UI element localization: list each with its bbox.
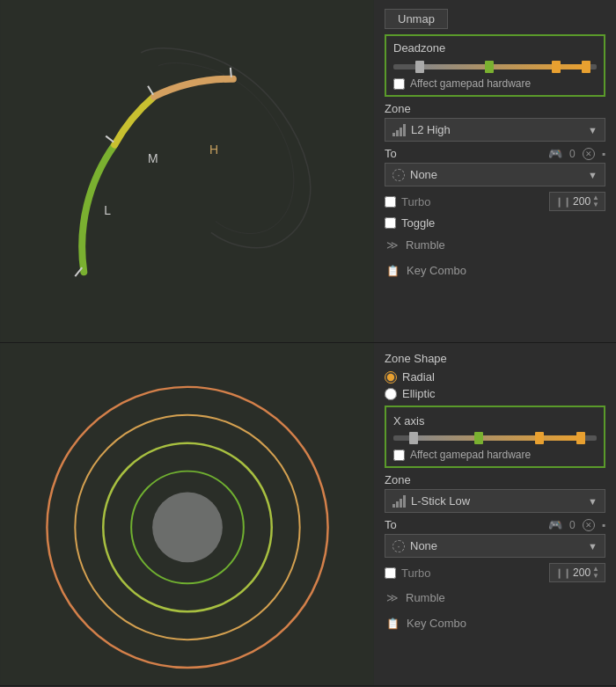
monitor-icon: ▪ — [602, 148, 605, 160]
none-label: None — [410, 168, 437, 181]
top-panel-right: Unmap Deadzone Affect gamepad hardware Z… — [374, 0, 616, 342]
bottom-panel-left — [0, 343, 374, 685]
to-dropdown-2[interactable]: · None ▼ — [385, 534, 605, 558]
x-slider-thumb-3[interactable] — [535, 432, 544, 444]
x-axis-slider[interactable] — [393, 435, 597, 441]
elliptic-radio[interactable] — [385, 388, 397, 400]
none-label-2: None — [410, 539, 437, 552]
double-arrow-icon: ≫ — [386, 238, 399, 252]
zone-section-2: Zone L-Stick Low ▼ — [385, 473, 605, 513]
slider-thumb-3[interactable] — [552, 61, 561, 73]
rumble-row-2[interactable]: ≫ Rumble — [385, 588, 605, 608]
to-label: To — [385, 147, 397, 160]
turbo-checkbox[interactable] — [385, 196, 396, 208]
turbo-value-box: ❙❙ 200 ▲ ▼ — [549, 192, 605, 211]
svg-text:H: H — [209, 143, 218, 157]
zone-value-2: L-Stick Low — [411, 494, 470, 508]
zero-icon: 0 — [569, 148, 576, 160]
turbo-label-2: Turbo — [401, 566, 430, 580]
barchart-icon — [392, 124, 406, 136]
zone-shape-label: Zone Shape — [385, 352, 605, 365]
bottom-panel: Zone Shape Radial Elliptic X axis — [0, 343, 616, 686]
barchart-icon-2 — [392, 495, 406, 508]
elliptic-label: Elliptic — [402, 387, 436, 400]
radial-radio[interactable] — [385, 371, 397, 384]
to-dropdown[interactable]: · None ▼ — [385, 163, 605, 186]
key-combo-icon-2: 📋 — [386, 618, 400, 630]
elliptic-radio-row: Elliptic — [385, 387, 605, 400]
x-slider-thumb-4[interactable] — [576, 432, 585, 444]
to-label-2: To — [385, 518, 397, 531]
xbox-icon-2: ✕ — [583, 519, 595, 531]
zone-label-2: Zone — [385, 473, 605, 486]
to-header-2: To 🎮 0 ✕ ▪ — [385, 518, 605, 531]
zone-label: Zone — [385, 102, 605, 115]
none-circle-icon-2: · — [392, 540, 405, 552]
xbox-icon: ✕ — [583, 148, 595, 160]
to-section-2: To 🎮 0 ✕ ▪ · None ▼ — [385, 518, 605, 558]
chevron-down-icon-4: ▼ — [588, 541, 598, 552]
radial-label: Radial — [402, 370, 435, 384]
key-combo-row-2[interactable]: 📋 Key Combo — [385, 613, 605, 633]
turbo-value-box-2: ❙❙ 200 ▲ ▼ — [549, 563, 605, 582]
turbo-stepper[interactable]: ▲ ▼ — [592, 194, 599, 208]
svg-text:M: M — [148, 151, 158, 165]
affect-gamepad-checkbox[interactable] — [393, 78, 405, 90]
turbo-number-2: 200 — [573, 566, 590, 579]
x-axis-section: X axis Affect gamepad hardware — [385, 406, 605, 468]
zone-shape-radios: Radial Elliptic — [385, 370, 605, 400]
toggle-label: Toggle — [401, 216, 435, 230]
zone-section: Zone L2 High ▼ — [385, 102, 605, 142]
turbo-label: Turbo — [401, 195, 430, 208]
zone-dropdown[interactable]: L2 High ▼ — [385, 118, 605, 142]
top-panel: L M H Unmap Deadzone Affect gamepad hard… — [0, 0, 616, 343]
zone-value: L2 High — [411, 123, 451, 136]
turbo-checkbox-2[interactable] — [385, 567, 396, 579]
rumble-label: Rumble — [406, 238, 445, 252]
toggle-row: Toggle — [385, 216, 605, 230]
monitor-icon-2: ▪ — [602, 519, 605, 531]
slider-thumb-2[interactable] — [485, 61, 494, 73]
affect-gamepad-row: Affect gamepad hardware — [393, 77, 597, 90]
toggle-checkbox[interactable] — [385, 217, 396, 229]
chevron-down-icon: ▼ — [588, 125, 598, 135]
rumble-row[interactable]: ≫ Rumble — [385, 235, 605, 255]
svg-text:L: L — [104, 203, 111, 217]
key-combo-label-2: Key Combo — [407, 617, 466, 630]
controller-icon-2: 🎮 — [548, 518, 562, 531]
zone-dropdown-2[interactable]: L-Stick Low ▼ — [385, 489, 605, 513]
key-combo-icon: 📋 — [386, 265, 400, 277]
to-header: To 🎮 0 ✕ ▪ — [385, 147, 605, 160]
deadzone-slider[interactable] — [393, 64, 597, 69]
chevron-down-icon-3: ▼ — [588, 496, 598, 507]
none-circle-icon: · — [392, 169, 405, 181]
unmap-button[interactable]: Unmap — [385, 9, 448, 29]
svg-rect-0 — [1, 0, 374, 342]
to-icons: 🎮 0 ✕ ▪ — [548, 147, 605, 160]
x-slider-thumb-1[interactable] — [409, 432, 418, 444]
x-axis-label: X axis — [393, 414, 597, 428]
affect-gamepad-label: Affect gamepad hardware — [410, 77, 531, 90]
bottom-panel-right: Zone Shape Radial Elliptic X axis — [374, 343, 616, 685]
turbo-row: Turbo ❙❙ 200 ▲ ▼ — [385, 192, 605, 211]
slider-thumb-4[interactable] — [582, 61, 590, 73]
to-section: To 🎮 0 ✕ ▪ · None ▼ — [385, 147, 605, 186]
deadzone-label: Deadzone — [393, 41, 597, 55]
rumble-label-2: Rumble — [406, 591, 445, 604]
x-slider-thumb-2[interactable] — [474, 432, 483, 444]
turbo-row-2: Turbo ❙❙ 200 ▲ ▼ — [385, 563, 605, 582]
affect-gamepad-checkbox-2[interactable] — [393, 449, 405, 461]
svg-point-13 — [152, 493, 223, 563]
deadzone-section: Deadzone Affect gamepad hardware — [385, 34, 605, 97]
double-arrow-icon-2: ≫ — [386, 591, 399, 604]
key-combo-row[interactable]: 📋 Key Combo — [385, 260, 605, 281]
top-panel-left: L M H — [0, 0, 374, 342]
chevron-down-icon-2: ▼ — [588, 170, 598, 180]
radial-radio-row: Radial — [385, 370, 605, 384]
affect-gamepad-row-2: Affect gamepad hardware — [393, 449, 597, 461]
key-combo-label: Key Combo — [407, 264, 466, 277]
slider-thumb-1[interactable] — [415, 61, 424, 73]
svg-line-4 — [231, 68, 231, 77]
to-icons-2: 🎮 0 ✕ ▪ — [548, 518, 605, 531]
turbo-stepper-2[interactable]: ▲ ▼ — [592, 566, 599, 580]
